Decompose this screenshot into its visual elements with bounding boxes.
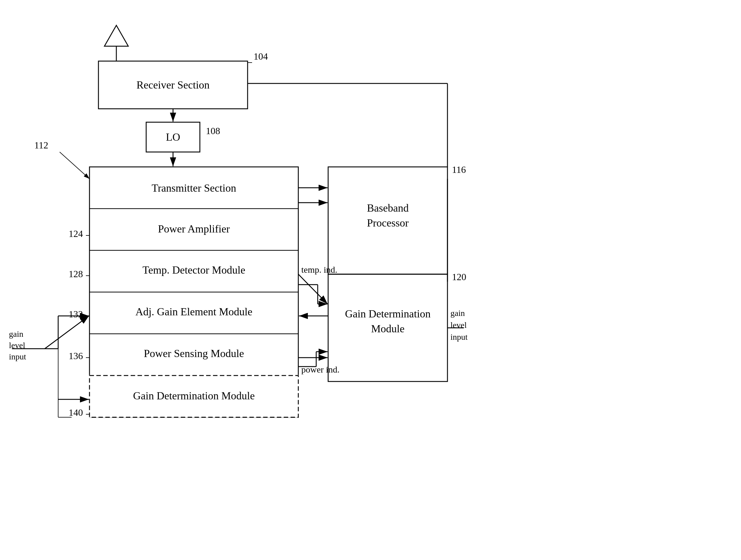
gain-det-right-label-1: Gain Determination <box>345 308 431 320</box>
label-116: 116 <box>452 164 466 175</box>
temp-label: Temp. Detector Module <box>143 264 245 276</box>
label-104: 104 <box>254 51 268 62</box>
label-112: 112 <box>34 140 48 151</box>
gain-det-right-label-2: Module <box>371 323 405 335</box>
power-ind-label: power ind. <box>301 365 339 374</box>
transmitter-label: Transmitter Section <box>151 182 236 194</box>
antenna-symbol <box>105 25 128 46</box>
gain-level-input-right-3: input <box>451 332 468 341</box>
diagram-container: Receiver Section 104 LO 108 Transmitter … <box>0 0 741 560</box>
label-132: 132 <box>69 309 83 319</box>
label-124: 124 <box>69 228 83 239</box>
gain-level-left-1: gain <box>9 329 23 338</box>
arrow-temp-gain <box>298 274 328 304</box>
lo-label: LO <box>166 131 180 143</box>
block-diagram-svg: Receiver Section 104 LO 108 Transmitter … <box>0 0 741 560</box>
receiver-label: Receiver Section <box>137 79 210 91</box>
arrow-112 <box>60 152 89 179</box>
label-136: 136 <box>69 350 83 361</box>
label-140: 140 <box>69 407 83 418</box>
gain-det-label: Gain Determination Module <box>133 390 255 402</box>
gain-level-input-right-1: gain <box>451 309 465 318</box>
gain-level-input-line <box>45 316 89 349</box>
label-120: 120 <box>452 271 466 282</box>
label-128: 128 <box>69 268 83 279</box>
baseband-label-2: Processor <box>367 217 409 229</box>
temp-ind-label: temp. ind. <box>301 265 337 274</box>
baseband-label-1: Baseband <box>367 202 409 214</box>
ps-label: Power Sensing Module <box>144 347 244 359</box>
gain-level-left-3: input <box>9 352 26 361</box>
adj-label: Adj. Gain Element Module <box>135 306 252 318</box>
label-108: 108 <box>206 126 220 136</box>
pa-label: Power Amplifier <box>158 223 230 235</box>
